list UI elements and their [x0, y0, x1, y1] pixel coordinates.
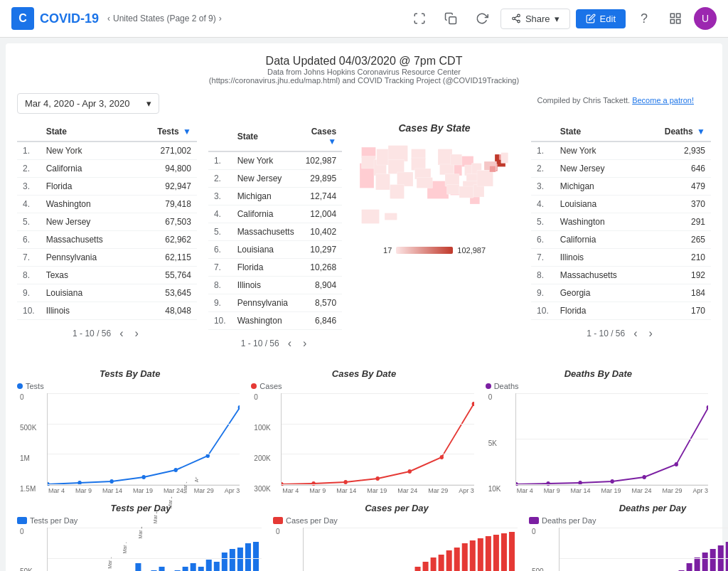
svg-point-52 [141, 475, 145, 479]
grid-button[interactable] [663, 6, 688, 31]
us-map [349, 137, 520, 243]
svg-rect-33 [438, 149, 452, 166]
deaths-x-labels: Mar 4Mar 9Mar 14Mar 19Mar 24Mar 29Apr 3 [515, 487, 708, 494]
table-row: 2. New Jersey 29,895 [208, 170, 342, 188]
deaths-by-date-legend: Deaths [486, 382, 711, 390]
table-row: 8. Massachusetts 192 [531, 267, 711, 284]
row-state: Illinois [555, 249, 643, 267]
svg-point-69 [706, 405, 708, 410]
row-value: 29,895 [300, 170, 342, 188]
table-row: 7. Illinois 210 [531, 249, 711, 267]
date-filter[interactable]: Mar 4, 2020 - Apr 3, 2020 ▾ [17, 93, 159, 114]
cases-col-state: State [232, 122, 300, 151]
tests-table-section: State Tests ▼ 1. New York 271,002 2. Cal… [17, 122, 197, 357]
row-rank: 10. [208, 312, 232, 330]
table-row: 4. California 12,004 [208, 206, 342, 223]
svg-rect-8 [677, 20, 680, 23]
tests-col-tests[interactable]: Tests ▼ [134, 122, 197, 142]
row-state: Florida [555, 302, 643, 320]
row-value: 479 [643, 178, 711, 196]
row-rank: 7. [531, 249, 555, 267]
row-value: 370 [643, 196, 711, 213]
row-state: Washington [41, 196, 134, 213]
copy-button[interactable] [438, 6, 464, 31]
svg-rect-21 [362, 156, 376, 169]
tests-prev-button[interactable]: ‹ [117, 326, 126, 341]
share-dropdown-icon[interactable]: ▾ [555, 14, 560, 24]
table-row: 2. California 94,800 [17, 160, 197, 178]
table-row: 6. Louisiana 10,297 [208, 241, 342, 259]
svg-rect-24 [377, 149, 390, 166]
deaths-col-deaths[interactable]: Deaths ▼ [643, 122, 711, 142]
svg-point-68 [674, 462, 678, 466]
deaths-y-labels: 10K 5K 0 [488, 393, 501, 494]
top-bar: C COVID-19 ‹ United States (Page 2 of 9)… [0, 0, 728, 38]
cases-prev-button[interactable]: ‹ [285, 336, 294, 351]
svg-point-60 [408, 469, 412, 474]
row-value: 170 [643, 302, 711, 320]
table-row: 5. Washington 291 [531, 213, 711, 231]
row-rank: 9. [17, 284, 41, 302]
tests-chart-area [47, 393, 240, 486]
table-row: 3. Florida 92,947 [17, 178, 197, 196]
deaths-next-button[interactable]: › [646, 326, 655, 341]
map-legend-min: 17 [383, 246, 392, 255]
share-button[interactable]: Share ▾ [500, 9, 570, 29]
breadcrumb-forward-icon[interactable]: › [219, 14, 222, 23]
svg-rect-162 [687, 563, 692, 571]
bar-charts-row: Tests per Day Tests per Day 150K 100K 50… [17, 503, 711, 571]
deaths-col-state: State [555, 122, 643, 142]
row-rank: 6. [208, 241, 232, 259]
row-state: New Jersey [232, 170, 300, 188]
row-state: Louisiana [232, 241, 300, 259]
row-rank: 3. [208, 188, 232, 206]
svg-rect-6 [670, 14, 674, 17]
row-rank: 10. [531, 302, 555, 320]
svg-rect-165 [710, 549, 716, 571]
cases-legend-dot [251, 383, 257, 389]
row-value: 55,764 [134, 267, 197, 284]
tests-legend-dot [17, 383, 23, 389]
edit-button[interactable]: Edit [576, 9, 626, 28]
tests-y-labels: 1.5M 1M 500K 0 [20, 393, 36, 494]
svg-rect-36 [447, 185, 460, 195]
svg-rect-26 [388, 160, 405, 174]
table-row: 4. Louisiana 370 [531, 196, 711, 213]
cases-col-cases[interactable]: Cases ▼ [300, 122, 342, 151]
fullscreen-button[interactable] [407, 6, 432, 31]
row-state: New York [41, 142, 134, 160]
tests-next-button[interactable]: › [132, 326, 141, 341]
deaths-per-day-legend-dot [529, 517, 539, 524]
cases-by-date-chart: Cases By Date Cases 300K 200K 100K 0 [251, 368, 476, 494]
refresh-button[interactable] [469, 6, 495, 31]
map-legend: 17 102,987 [383, 246, 486, 255]
edit-label: Edit [600, 14, 616, 24]
row-rank: 5. [531, 213, 555, 231]
svg-rect-42 [459, 186, 473, 198]
row-value: 6,846 [300, 312, 342, 330]
tests-by-date-legend: Tests [17, 382, 242, 390]
app-logo: C COVID-19 [11, 7, 99, 30]
svg-rect-34 [440, 164, 454, 175]
deaths-legend-dot [486, 383, 491, 389]
svg-rect-96 [253, 542, 259, 571]
svg-rect-129 [470, 540, 476, 571]
breadcrumb-text: United States (Page 2 of 9) [113, 14, 216, 23]
row-state: California [555, 231, 643, 249]
deaths-prev-button[interactable]: ‹ [631, 326, 640, 341]
svg-point-66 [610, 479, 614, 484]
tests-per-day-chart: Tests per Day Tests per Day 150K 100K 50… [17, 503, 264, 571]
tests-per-day-y-labels: 150K 100K 50K 0 [20, 528, 36, 571]
breadcrumb-back-icon[interactable]: ‹ [107, 14, 110, 23]
table-row: 3. Michigan 12,744 [208, 188, 342, 206]
patron-link[interactable]: Become a patron! [632, 96, 694, 105]
user-avatar[interactable]: U [694, 7, 717, 30]
cases-next-button[interactable]: › [300, 336, 309, 351]
deaths-per-day-legend: Deaths per Day [529, 516, 728, 525]
row-value: 646 [643, 160, 711, 178]
svg-point-53 [174, 468, 178, 472]
svg-rect-0 [449, 17, 456, 24]
help-button[interactable]: ? [631, 6, 657, 31]
cases-per-day-area [303, 528, 518, 571]
svg-rect-132 [493, 535, 499, 571]
